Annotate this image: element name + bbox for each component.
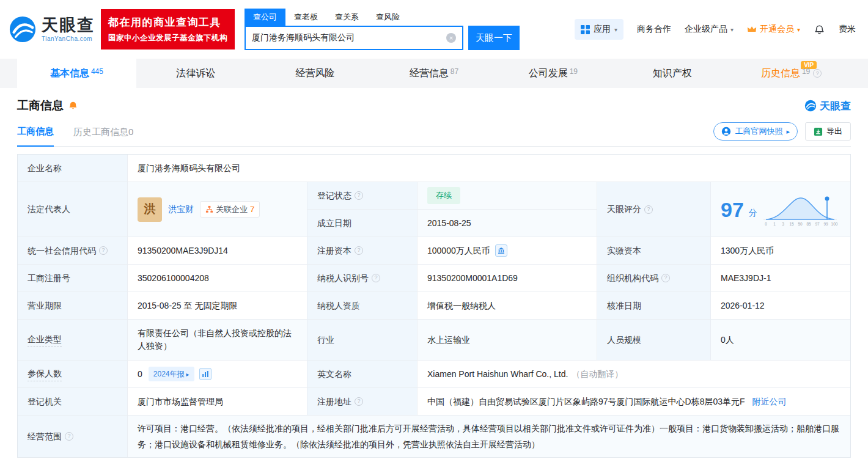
chevron-down-icon: ▾ [797,26,800,33]
tab-label: 公司发展 [529,67,568,80]
search-area: 查公司 查老板 查关系 查风险 × 天眼一下 [245,9,520,50]
svg-text:97: 97 [815,222,820,226]
avatar[interactable]: 洪 [138,197,162,222]
help-icon[interactable]: ? [355,397,363,406]
related-count: 7 [250,204,254,216]
user-menu[interactable]: 费米 [839,24,856,35]
official-snapshot-button[interactable]: 工商官网快照 ▸ [713,122,798,141]
top-menu: 应用 ▾ 商务合作 企业级产品 ▾ 开通会员 ▾ 费米 [575,19,856,40]
tab-legal[interactable]: 法律诉讼 [136,59,256,88]
search-tab-boss[interactable]: 查老板 [285,9,326,26]
insured-chart-icon[interactable] [199,368,211,380]
annual-report-label: 2024年报 [153,369,185,380]
subtab-history-info[interactable]: 历史工商信息0 [73,127,133,146]
approval-date-value: 2026-01-12 [711,292,850,320]
watermark-logo: 天眼查 [804,99,851,113]
logo-text: 天眼查 TianYanCha.com [42,17,95,42]
search-tab-company[interactable]: 查公司 [245,9,285,26]
help-icon[interactable]: ? [372,274,380,282]
help-icon[interactable]: ? [99,246,108,255]
score-curve-chart[interactable]: 0 1 3 15 50 85 97 99 100 [762,193,838,227]
tab-label: 知识产权 [653,67,692,80]
org-code-label: 组织机构代码? [597,265,711,292]
tab-ip[interactable]: 知识产权 [612,59,732,88]
export-button[interactable]: 导出 [805,122,851,141]
search-button[interactable]: 天眼一下 [468,26,520,50]
search-box[interactable]: × [245,26,463,50]
logo-domain: TianYanCha.com [42,35,95,42]
english-name-label: 英文名称 [307,361,417,388]
insured-count-value: 0 2024年报 ▸ [128,361,307,388]
legal-rep-link[interactable]: 洪宝财 [168,203,194,216]
apps-label: 应用 [594,24,611,35]
company-name-label: 企业名称 [18,155,128,182]
legal-rep-label: 法定代表人 [18,182,128,237]
menu-cooperation[interactable]: 商务合作 [637,24,671,35]
tab-basic-info[interactable]: 基本信息 445 [17,59,136,88]
company-type-label: 企业类型 [18,320,128,361]
search-input[interactable] [252,33,446,43]
promo-line1: 都在用的商业查询工具 [108,15,227,29]
search-row: × 天眼一下 [245,26,520,50]
bank-icon [498,247,505,254]
related-companies-chip[interactable]: 关联企业 7 [200,201,260,218]
reg-authority-label: 登记机关 [18,388,128,416]
subtab-business-info[interactable]: 工商信息 [17,126,54,147]
menu-vip[interactable]: 开通会员 ▾ [747,24,800,35]
help-icon[interactable]: ? [813,69,822,78]
paid-capital-value: 1300万人民币 [711,237,850,265]
promo-banner: 都在用的商业查询工具 国家中小企业发展子基金旗下机构 [101,9,235,50]
main-nav: 基本信息 445 法律诉讼 经营风险 经营信息 87 公司发展 19 知识产权 … [0,59,868,88]
help-icon[interactable]: ? [661,274,670,282]
search-tab-risk[interactable]: 查风险 [367,9,408,26]
help-icon[interactable]: ? [355,191,363,200]
tab-risk[interactable]: 经营风险 [256,59,375,88]
tab-operation[interactable]: 经营信息 87 [375,59,494,88]
tab-count: 87 [451,67,458,76]
tab-label: 基本信息 [50,67,89,80]
apps-menu[interactable]: 应用 ▾ [575,19,623,40]
approval-date-label: 核准日期 [597,292,711,320]
help-icon[interactable]: ? [65,432,73,441]
svg-text:85: 85 [806,222,811,226]
auto-translate-note: （自动翻译） [572,368,623,381]
logo-icon [804,100,817,112]
tab-history[interactable]: VIP 历史信息 19 ? [732,59,851,88]
table-row: 企业类型 有限责任公司（非自然人投资或控股的法人独资） 行业 水上运输业 人员规… [18,320,850,361]
related-label: 关联企业 [216,204,248,216]
search-tab-relation[interactable]: 查关系 [326,9,367,26]
business-info-table: 企业名称 厦门港务海顺码头有限公司 法定代表人 洪 洪宝财 关联企业 7 登记状… [17,154,851,458]
svg-text:0: 0 [765,222,767,226]
menu-enterprise[interactable]: 企业级产品 ▾ [685,24,734,35]
nearby-companies-link[interactable]: 附近公司 [752,395,787,408]
reg-capital-value: 100000万人民币 [417,237,597,265]
export-icon [814,127,823,136]
table-row: 企业名称 厦门港务海顺码头有限公司 [18,155,850,182]
crown-icon [747,26,757,33]
table-row: 经营范围? 许可项目：港口经营。（依法须经批准的项目，经相关部门批准后方可开展经… [18,416,850,457]
tab-development[interactable]: 公司发展 19 [493,59,612,88]
logo-icon [9,15,37,43]
score-label: 天眼评分? [597,182,711,237]
svg-text:1: 1 [773,222,776,226]
subscribe-bell-icon[interactable] [68,101,78,111]
score-number: 97 [721,199,744,220]
notifications-button[interactable] [814,24,825,35]
help-icon[interactable]: ? [355,246,363,255]
clear-icon[interactable]: × [446,33,456,43]
help-icon[interactable]: ? [644,205,653,214]
business-scope-value: 许可项目：港口经营。（依法须经批准的项目，经相关部门批准后方可开展经营活动，具体… [128,416,850,457]
tianyancha-logo[interactable]: 天眼查 TianYanCha.com [9,15,95,43]
section-title: 工商信息 [17,98,64,114]
table-row: 营业期限 2015-08-25 至 无固定期限 纳税人资质 增值税一般纳税人 核… [18,292,850,320]
bar-chart-icon [202,370,209,378]
org-code-value: MAE3J9DJ-1 [711,265,850,292]
staff-size-value: 0人 [711,320,850,361]
business-term-label: 营业期限 [18,292,128,320]
taxpayer-id-value: 91350200M0001A1D69 [417,265,597,292]
svg-text:100: 100 [831,222,837,226]
capital-detail-icon[interactable] [495,244,507,257]
export-label: 导出 [826,126,842,137]
username: 费米 [839,24,856,35]
annual-report-badge[interactable]: 2024年报 ▸ [149,367,194,381]
